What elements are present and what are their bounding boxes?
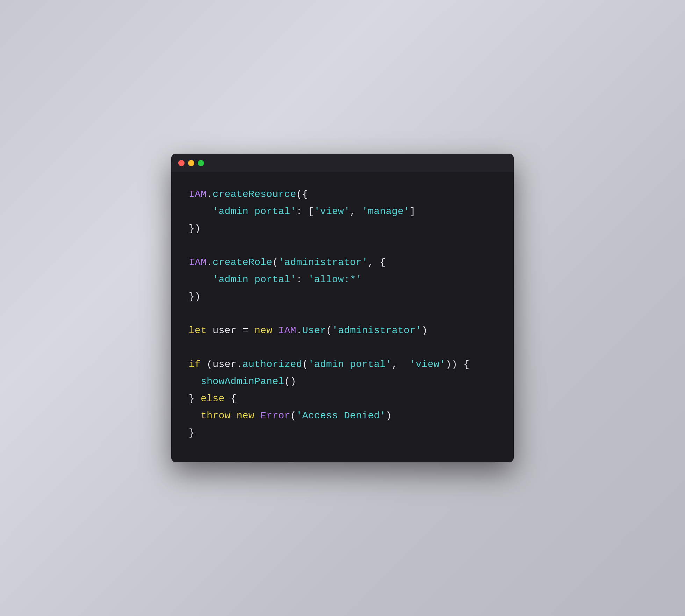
code-block-4: if (user.authorized('admin portal', 'vie… [189, 356, 496, 441]
code-line: if (user.authorized('admin portal', 'vie… [189, 356, 496, 441]
code-line: let user = new IAM.User('administrator') [189, 322, 496, 339]
code-line: IAM.createResource({ 'admin portal': ['v… [189, 186, 496, 237]
code-line: IAM.createRole('administrator', { 'admin… [189, 254, 496, 305]
code-block-1: IAM.createResource({ 'admin portal': ['v… [189, 186, 496, 237]
close-button[interactable] [178, 160, 185, 166]
minimize-button[interactable] [188, 160, 194, 166]
code-block-2: IAM.createRole('administrator', { 'admin… [189, 254, 496, 305]
code-block-3: let user = new IAM.User('administrator') [189, 322, 496, 339]
maximize-button[interactable] [198, 160, 204, 166]
titlebar [171, 154, 514, 172]
code-editor: IAM.createResource({ 'admin portal': ['v… [171, 172, 514, 462]
code-window: IAM.createResource({ 'admin portal': ['v… [171, 154, 514, 462]
